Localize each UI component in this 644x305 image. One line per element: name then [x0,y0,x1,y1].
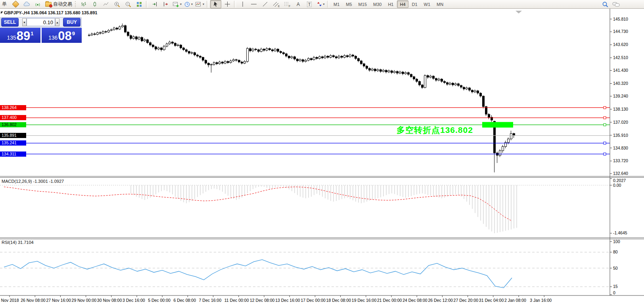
toolbar-separator [207,1,209,8]
bar-chart-button[interactable] [79,0,89,8]
autotrading-folder-icon [45,2,52,7]
candle [483,96,485,107]
candle [435,79,437,80]
price-badge: 135.241 [0,140,26,146]
vertical-line-button[interactable] [238,0,248,8]
line-handle[interactable] [604,153,606,155]
price-badge: 138.264 [0,105,26,110]
tf-button-m1[interactable]: M1 [331,0,342,8]
pivot-highlight-rect[interactable] [482,122,513,128]
toolbar-separator [234,1,236,8]
text-label-button[interactable]: T [304,0,314,8]
candle [291,57,293,58]
candle [352,55,354,56]
candle [263,49,265,50]
candle [366,66,368,69]
candle [358,59,360,61]
candle [458,84,460,85]
candle [283,53,285,54]
trendline-button[interactable] [260,0,270,8]
main-chart-canvas[interactable] [0,0,644,305]
terminal-button[interactable] [21,0,32,8]
new-order-button[interactable]: 单 [0,0,10,8]
date-label: 6 Dec 08:00 [173,298,196,303]
pivot-annotation: 多空转折点136.802 [397,125,473,136]
line-handle[interactable] [604,142,606,144]
equidistant-channel-button[interactable]: E [271,0,281,8]
candle [433,76,435,79]
candle [302,59,304,61]
tf-button-h1[interactable]: H1 [385,0,396,8]
toolbar-separator [327,1,329,8]
bid-price-button[interactable]: 135 89 1 [0,28,40,43]
fibonacci-button[interactable]: F [282,0,292,8]
text-label-icon: T [307,2,312,7]
arrows-tool-button[interactable]: ▾ [315,0,326,8]
crosshair-icon [224,1,230,7]
line-handle[interactable] [604,124,606,126]
candle [377,70,379,71]
line-handle[interactable] [604,106,606,109]
chart-shift-marker-icon[interactable] [516,11,522,13]
line-chart-button[interactable] [101,0,111,8]
signals-button[interactable] [33,0,43,8]
buy-button[interactable]: BUY [63,18,80,27]
candle [424,75,426,87]
ask-price-button[interactable]: 136 08 9 [42,28,82,43]
tf-button-w1[interactable]: W1 [421,0,433,8]
modify-order-button[interactable] [10,0,21,8]
search-button[interactable] [600,0,610,8]
candle [452,83,454,85]
search-icon [602,1,609,8]
candle [186,50,188,51]
candle [258,50,260,51]
volume-up-button[interactable]: ▲ [55,18,59,26]
candle [335,57,337,58]
price-tick-label: 140.320 [613,81,628,86]
price-tick-label: 145.810 [613,17,628,21]
candle [125,26,126,32]
price-badge: 137.400 [0,115,26,120]
candle [266,48,268,50]
tf-button-m5[interactable]: M5 [343,0,355,8]
volume-down-button[interactable]: ▼ [22,18,27,26]
date-label: 12 Dec 08:00 [250,298,274,303]
zoom-out-button[interactable] [123,0,133,8]
periods-button[interactable]: ▾ [183,0,194,8]
line-handle[interactable] [604,117,606,119]
zoom-in-button[interactable] [112,0,122,8]
chat-button[interactable] [611,0,621,8]
sell-button[interactable]: SELL [1,18,19,27]
tf-button-m30[interactable]: M30 [370,0,384,8]
cursor-button[interactable] [210,0,221,8]
text-tool-button[interactable]: A [293,0,303,8]
toolbar-right-group [600,0,622,8]
volume-input[interactable] [27,18,55,26]
rsi-tick-label: 80 [613,249,618,254]
candle [308,59,310,60]
horizontal-line-button[interactable] [249,0,259,8]
auto-scroll-button[interactable] [150,0,160,8]
price-tick-label: 133.720 [613,158,628,163]
crosshair-button[interactable] [222,0,232,8]
auto-scroll-icon [151,1,158,7]
zoom-in-icon [114,1,121,8]
tf-button-m15[interactable]: M15 [356,0,370,8]
candlestick-chart-button[interactable] [90,0,100,8]
tf-button-d1[interactable]: D1 [409,0,420,8]
candle [349,55,351,57]
date-label: 11 Dec 00:00 [224,298,249,303]
autotrading-button[interactable]: 自动交易 [44,0,74,8]
candle [488,114,490,117]
chart-shift-button[interactable] [161,0,171,8]
candle [144,40,146,41]
price-tick-label: 138.130 [613,107,628,111]
tf-button-h4[interactable]: H4 [397,0,408,8]
indicators-button[interactable]: ▾ [194,0,205,8]
tile-windows-button[interactable] [134,0,144,8]
rsi-label: RSI(14) 31.7104 [2,240,34,245]
price-badge: 136.802 [0,122,26,127]
candle [419,81,421,85]
tf-button-mn[interactable]: MN [434,0,446,8]
new-chart-button[interactable]: ▾ [172,0,182,8]
